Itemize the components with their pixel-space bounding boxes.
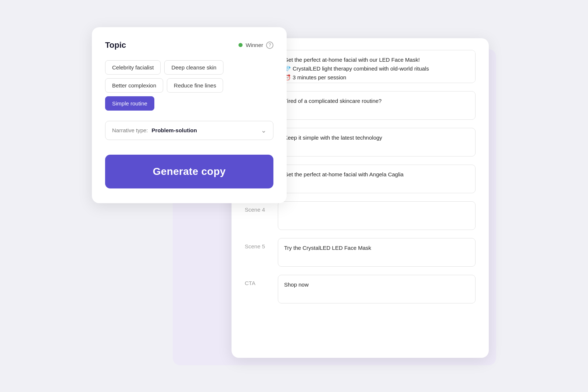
field-scene4[interactable] xyxy=(278,201,476,230)
copy-row-scene4: Scene 4 xyxy=(245,201,476,230)
field-cta[interactable] xyxy=(278,275,476,303)
tag-better-complexion[interactable]: Better complexion xyxy=(105,78,163,93)
chevron-down-icon: ⌄ xyxy=(261,126,266,134)
label-cta: CTA xyxy=(245,275,270,286)
field-scene5[interactable] xyxy=(278,238,476,267)
field-scene3[interactable] xyxy=(278,165,476,193)
topic-header: Topic Winner ? xyxy=(105,40,273,50)
field-scene2[interactable] xyxy=(278,128,476,157)
topic-title: Topic xyxy=(105,40,126,50)
winner-label: Winner xyxy=(245,42,263,48)
help-icon[interactable]: ? xyxy=(266,42,273,49)
winner-badge: Winner ? xyxy=(239,42,273,49)
tag-deep-cleanse-skin[interactable]: Deep cleanse skin xyxy=(164,60,223,75)
winner-dot-icon xyxy=(239,43,243,47)
copy-row-cta: CTA xyxy=(245,275,476,303)
tags-container: Celebrity facialist Deep cleanse skin Be… xyxy=(105,60,273,111)
copy-row-scene5: Scene 5 xyxy=(245,238,476,267)
tag-simple-routine[interactable]: Simple routine xyxy=(105,96,154,111)
narrative-value: Problem-solution xyxy=(152,127,257,133)
tag-reduce-fine-lines[interactable]: Reduce fine lines xyxy=(167,78,223,93)
topic-card: Topic Winner ? Celebrity facialist Deep … xyxy=(92,27,287,203)
generate-copy-button[interactable]: Generate copy xyxy=(105,155,273,188)
narrative-label: Narrative type: xyxy=(112,127,148,133)
field-body[interactable] xyxy=(278,50,476,83)
narrative-row[interactable]: Narrative type: Problem-solution ⌄ xyxy=(105,121,273,140)
main-container: Topic Winner ? Celebrity facialist Deep … xyxy=(92,27,496,365)
label-scene5: Scene 5 xyxy=(245,238,270,249)
tag-celebrity-facialist[interactable]: Celebrity facialist xyxy=(105,60,161,75)
field-scene1[interactable] xyxy=(278,91,476,120)
